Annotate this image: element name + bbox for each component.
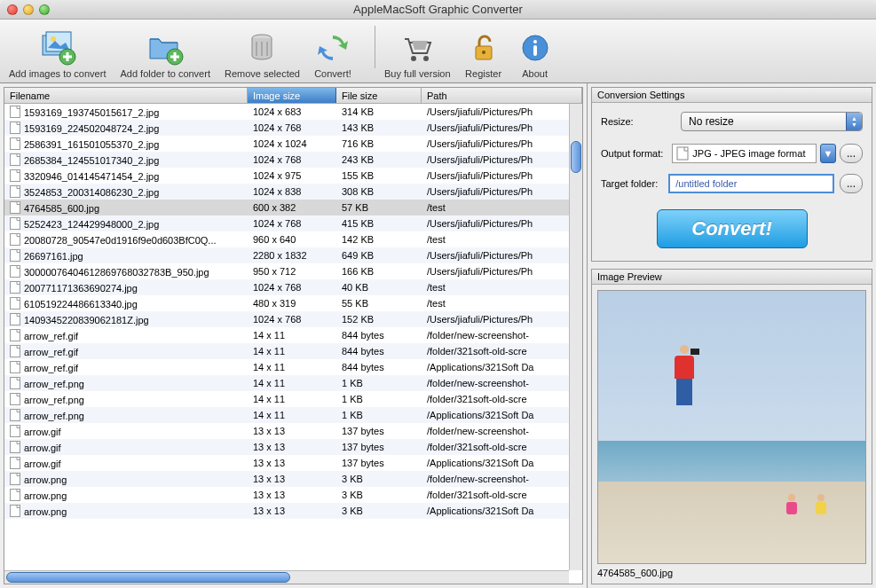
table-row[interactable]: 1409345220839062181Z.jpg1024 x 768152 KB… <box>4 311 582 327</box>
resize-select[interactable]: No resize ▲▼ <box>681 112 863 131</box>
table-row[interactable]: arrow.gif13 x 13137 bytes/folder/new-scr… <box>4 423 582 439</box>
cell-file-size: 3 KB <box>336 490 422 500</box>
panel-header: Image Preview <box>592 270 872 285</box>
table-row[interactable]: arrow_ref.gif14 x 11844 bytes/Applicatio… <box>4 359 582 375</box>
cell-path: /Users/jiafuli/Pictures/Ph <box>422 186 582 197</box>
cell-image-size: 960 x 640 <box>248 234 336 245</box>
cell-file-size: 155 KB <box>336 170 422 181</box>
svg-rect-25 <box>11 298 20 310</box>
cell-path: /folder/new-screenshot- <box>422 378 582 388</box>
preview-filename: 4764585_600.jpg <box>597 568 866 578</box>
table-row[interactable]: 610519224486613340.jpg480 x 31955 KB/tes… <box>4 295 582 311</box>
cell-file-size: 166 KB <box>336 266 422 277</box>
col-header-filename[interactable]: Filename <box>4 88 248 103</box>
panel-header: Conversion Settings <box>592 88 872 103</box>
convert-toolbar-button[interactable]: Convert! <box>314 29 351 79</box>
cell-filename: 26697161.jpg <box>4 249 248 262</box>
cell-filename: arrow_ref.png <box>4 393 248 405</box>
trash-icon <box>243 29 280 67</box>
vertical-scrollbar[interactable] <box>569 104 582 570</box>
svg-rect-35 <box>11 458 20 469</box>
convert-button[interactable]: Convert! <box>657 209 808 248</box>
file-icon <box>676 146 689 161</box>
output-format-dropdown[interactable]: ▼ <box>820 144 836 163</box>
cell-filename: 20080728_90547e0d1916f9e0d603BfC0Q... <box>4 233 248 246</box>
cell-file-size: 152 KB <box>336 314 422 325</box>
col-header-file-size[interactable]: File size <box>336 88 422 103</box>
cell-image-size: 14 x 11 <box>248 394 336 404</box>
remove-selected-button[interactable]: Remove selected <box>225 29 300 79</box>
table-row[interactable]: arrow_ref.png14 x 111 KB/Applications/32… <box>4 407 582 423</box>
table-row[interactable]: 30000076404612869768032783B_950.jpg950 x… <box>4 263 582 279</box>
titlebar: AppleMacSoft Graphic Converter <box>0 0 876 20</box>
cell-filename: 610519224486613340.jpg <box>4 297 248 310</box>
cell-image-size: 600 x 382 <box>248 202 336 213</box>
unlock-icon <box>465 29 502 67</box>
target-folder-browse-button[interactable]: ... <box>840 174 863 193</box>
cell-file-size: 143 KB <box>336 122 422 133</box>
svg-rect-31 <box>11 394 20 405</box>
table-row[interactable]: 3524853_200314086230_2.jpg1024 x 838308 … <box>4 184 582 200</box>
table-row[interactable]: arrow.png13 x 133 KB/Applications/321Sof… <box>4 503 582 519</box>
add-images-button[interactable]: Add images to convert <box>9 29 106 79</box>
table-row[interactable]: arrow_ref.png14 x 111 KB/folder/new-scre… <box>4 375 582 391</box>
cell-filename: arrow.png <box>4 473 248 485</box>
output-format-field: JPG - JPEG image format <box>672 144 817 163</box>
add-folder-button[interactable]: Add folder to convert <box>120 29 210 79</box>
svg-rect-27 <box>11 330 20 341</box>
svg-rect-20 <box>11 218 20 230</box>
scroll-thumb[interactable] <box>571 141 581 173</box>
svg-rect-38 <box>11 506 20 517</box>
table-row[interactable]: 26697161.jpg2280 x 1832649 KB/Users/jiaf… <box>4 247 582 263</box>
buy-full-button[interactable]: Buy full version <box>384 29 451 79</box>
table-row[interactable]: 2685384_124551017340_2.jpg1024 x 768243 … <box>4 152 582 168</box>
table-row[interactable]: arrow_ref.gif14 x 11844 bytes/folder/new… <box>4 327 582 343</box>
table-row[interactable]: 5252423_124429948000_2.jpg1024 x 768415 … <box>4 216 582 231</box>
cell-path: /test <box>422 298 582 309</box>
cell-path: /folder/321soft-old-scre <box>422 394 582 404</box>
col-header-image-size[interactable]: Image size <box>248 88 336 103</box>
table-row[interactable]: arrow_ref.gif14 x 11844 bytes/folder/321… <box>4 343 582 359</box>
svg-rect-12 <box>533 45 537 56</box>
table-row[interactable]: 1593169_193745015617_2.jpg1024 x 683314 … <box>4 104 582 120</box>
table-row[interactable]: 2586391_161501055370_2.jpg1024 x 1024716… <box>4 136 582 152</box>
svg-rect-34 <box>11 442 20 453</box>
about-button[interactable]: About <box>517 29 554 79</box>
cell-filename: arrow_ref.gif <box>4 345 248 357</box>
table-row[interactable]: 3320946_014145471454_2.jpg1024 x 975155 … <box>4 168 582 184</box>
cell-path: /folder/321soft-old-scre <box>422 346 582 357</box>
table-row[interactable]: 200771171363690274.jpg1024 x 76840 KB/te… <box>4 279 582 295</box>
conversion-settings-panel: Conversion Settings Resize: No resize ▲▼… <box>591 87 872 262</box>
cell-filename: arrow.gif <box>4 441 248 453</box>
table-row[interactable]: 4764585_600.jpg600 x 38257 KB/test <box>4 200 582 216</box>
table-row[interactable]: arrow_ref.png14 x 111 KB/folder/321soft-… <box>4 391 582 407</box>
svg-rect-32 <box>11 410 20 421</box>
scroll-thumb[interactable] <box>6 572 290 583</box>
table-row[interactable]: arrow.gif13 x 13137 bytes/folder/321soft… <box>4 439 582 455</box>
cell-path: /Users/jiafuli/Pictures/Ph <box>422 122 582 133</box>
svg-point-7 <box>423 56 429 61</box>
cell-filename: arrow_ref.gif <box>4 361 248 373</box>
cell-path: /Applications/321Soft Da <box>422 506 582 516</box>
cell-file-size: 844 bytes <box>336 362 422 372</box>
cell-path: /Applications/321Soft Da <box>422 362 582 372</box>
cell-filename: 2586391_161501055370_2.jpg <box>4 137 248 150</box>
horizontal-scrollbar[interactable] <box>4 570 569 584</box>
register-button[interactable]: Register <box>465 29 502 79</box>
convert-arrows-icon <box>314 29 351 67</box>
output-format-label: Output format: <box>601 148 663 159</box>
cell-filename: arrow.gif <box>4 425 248 437</box>
svg-rect-26 <box>11 314 20 325</box>
table-row[interactable]: 20080728_90547e0d1916f9e0d603BfC0Q...960… <box>4 231 582 247</box>
output-format-options-button[interactable]: ... <box>840 144 863 163</box>
svg-rect-33 <box>11 426 20 437</box>
svg-rect-29 <box>11 362 20 373</box>
target-folder-input[interactable] <box>668 174 834 193</box>
table-row[interactable]: arrow.png13 x 133 KB/folder/new-screensh… <box>4 471 582 487</box>
table-row[interactable]: 1593169_224502048724_2.jpg1024 x 768143 … <box>4 120 582 136</box>
table-row[interactable]: arrow.png13 x 133 KB/folder/321soft-old-… <box>4 487 582 503</box>
cell-path: /folder/new-screenshot- <box>422 474 582 484</box>
table-row[interactable]: arrow.gif13 x 13137 bytes/Applications/3… <box>4 455 582 471</box>
col-header-path[interactable]: Path <box>422 88 582 103</box>
svg-rect-13 <box>11 106 20 118</box>
